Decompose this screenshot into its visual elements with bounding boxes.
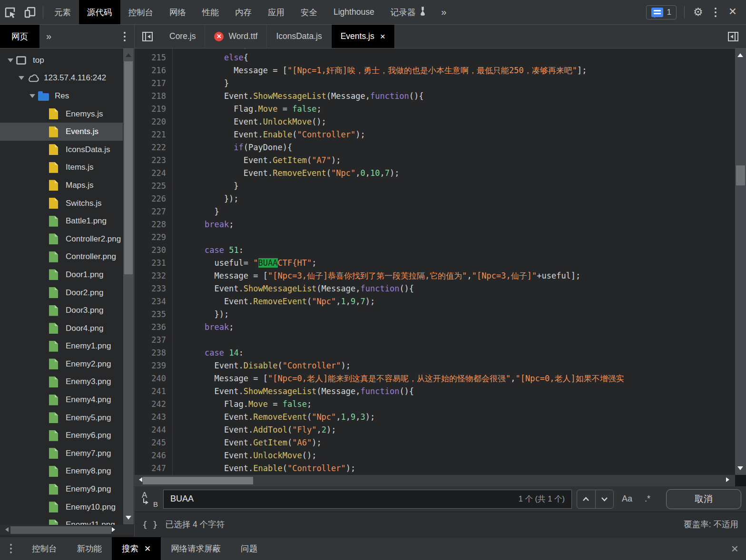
line-number[interactable]: 222 — [135, 141, 173, 154]
line-number[interactable]: 219 — [135, 103, 173, 116]
line-content[interactable]: Event.UnlockMove(); — [173, 116, 326, 128]
panel-tab-recorder[interactable]: 记录器 — [383, 0, 435, 24]
code-line[interactable]: 217 } — [135, 77, 746, 90]
line-number[interactable]: 227 — [135, 205, 173, 218]
file-tab-Core.js[interactable]: Core.js — [160, 25, 205, 48]
scrollbar-thumb[interactable] — [143, 477, 253, 484]
close-devtools-icon[interactable]: × — [722, 4, 743, 21]
line-content[interactable]: if(PayDone){ — [173, 141, 292, 154]
tree-item-Events.js[interactable]: Events.js — [0, 123, 123, 141]
line-content[interactable]: Event.Disable("Controller"); — [173, 359, 351, 372]
file-tab-Word.ttf[interactable]: ✕Word.ttf — [205, 25, 267, 48]
line-content[interactable]: case 51: — [173, 244, 244, 257]
line-content[interactable]: Event.ShowMessageList(Message,function()… — [173, 90, 424, 103]
code-line[interactable]: 221 Event.Enable("Controller"); — [135, 128, 746, 141]
tree-item-Enemy3.png[interactable]: Enemy3.png — [0, 373, 123, 391]
line-number[interactable]: 237 — [135, 334, 173, 347]
line-content[interactable]: } — [173, 205, 219, 218]
scroll-right-arrow-icon[interactable] — [726, 477, 732, 482]
code-line[interactable]: 243 Event.RemoveEvent("Npc",1,9,3); — [135, 411, 746, 424]
line-number[interactable]: 240 — [135, 372, 173, 385]
panel-tab-more[interactable]: » — [435, 0, 452, 24]
sidebar-horizontal-scrollbar[interactable] — [0, 525, 134, 535]
code-line[interactable]: 242 Flag.Move = false; — [135, 398, 746, 411]
code-line[interactable]: 226 }); — [135, 193, 746, 205]
line-content[interactable]: Event.RemoveEvent("Npc",1,9,7); — [173, 295, 375, 308]
tree-item-Enemy7.png[interactable]: Enemy7.png — [0, 444, 123, 463]
line-content[interactable]: Message = ["[Npc=0,老人]能来到这真是不容易呢，从这开始的怪物… — [173, 372, 624, 385]
code-line[interactable]: 234 Event.RemoveEvent("Npc",1,9,7); — [135, 295, 746, 308]
navigator-kebab-icon[interactable] — [118, 25, 131, 48]
tree-item-Enemy1.png[interactable]: Enemy1.png — [0, 338, 123, 356]
scroll-down-arrow-icon[interactable] — [737, 466, 743, 473]
drawer-kebab-icon[interactable] — [0, 537, 22, 560]
format-braces-icon[interactable]: { } — [142, 520, 158, 530]
panel-tab-performance[interactable]: 性能 — [194, 0, 227, 24]
line-number[interactable]: 242 — [135, 398, 173, 411]
tree-item-Controller2.png[interactable]: Controller2.png — [0, 230, 123, 248]
panel-tab-security[interactable]: 安全 — [293, 0, 325, 24]
line-number[interactable]: 216 — [135, 64, 173, 77]
editor-horizontal-scrollbar[interactable] — [135, 475, 746, 486]
code-line[interactable]: 232 Message = ["[Npc=3,仙子]恭喜你找到了第一段芙拉隔,它… — [135, 270, 746, 282]
code-line[interactable]: 220 Event.UnlockMove(); — [135, 116, 746, 128]
code-line[interactable]: 216 Message = ["[Npc=1,奸商]唉，勇士，我做的也是小本生意… — [135, 64, 746, 77]
tree-item-Enemy2.png[interactable]: Enemy2.png — [0, 355, 123, 373]
cancel-button[interactable]: 取消 — [666, 489, 741, 509]
code-line[interactable]: 227 } — [135, 205, 746, 218]
panel-tab-console[interactable]: 控制台 — [120, 0, 162, 24]
line-number[interactable]: 239 — [135, 359, 173, 372]
panel-tab-application[interactable]: 应用 — [260, 0, 293, 24]
code-line[interactable]: 225 } — [135, 180, 746, 193]
tree-item-Enemys.js[interactable]: Enemys.js — [0, 105, 123, 123]
tab-page[interactable]: 网页 — [0, 25, 39, 48]
drawer-tab-whats-new[interactable]: 新功能 — [67, 537, 112, 560]
code-line[interactable]: 231 useful= "BUAACTF{HT"; — [135, 257, 746, 270]
line-number[interactable]: 245 — [135, 436, 173, 449]
scroll-up-arrow-icon[interactable] — [126, 50, 131, 57]
tree-item-Controller.png[interactable]: Controller.png — [0, 248, 123, 266]
tree-item-Items.js[interactable]: Items.js — [0, 159, 123, 177]
panel-tab-memory[interactable]: 内存 — [227, 0, 260, 24]
settings-gear-icon[interactable]: ⚙ — [687, 6, 709, 19]
line-number[interactable]: 247 — [135, 462, 173, 475]
line-content[interactable]: Message = ["[Npc=1,奸商]唉，勇士，我做的也是小本生意啊，最低… — [173, 64, 587, 77]
line-content[interactable]: Event.GetItem("A6"); — [173, 436, 322, 449]
inspect-element-icon[interactable] — [0, 0, 20, 24]
code-editor[interactable]: 214 }215 else{216 Message = ["[Npc=1,奸商]… — [135, 48, 746, 475]
line-number[interactable]: 234 — [135, 295, 173, 308]
file-tab-Events.js[interactable]: Events.js× — [332, 25, 395, 48]
code-line[interactable]: 219 Flag.Move = false; — [135, 103, 746, 116]
line-content[interactable] — [173, 334, 185, 347]
code-line[interactable]: 215 else{ — [135, 51, 746, 64]
tree-item-Maps.js[interactable]: Maps.js — [0, 176, 123, 194]
line-content[interactable]: Flag.Move = false; — [173, 398, 312, 411]
find-input-field[interactable]: 1 个 (共 1 个) — [163, 490, 572, 509]
line-content[interactable]: }); — [173, 193, 239, 205]
panel-tab-lighthouse[interactable]: Lighthouse — [325, 0, 383, 24]
line-content[interactable]: Event.Enable("Controller"); — [173, 128, 365, 141]
line-number[interactable]: 224 — [135, 167, 173, 180]
scrollbar-thumb[interactable] — [736, 165, 745, 185]
line-number[interactable]: 215 — [135, 51, 173, 64]
find-input[interactable] — [170, 494, 514, 504]
regex-toggle[interactable]: .* — [640, 494, 655, 504]
sidebar-vertical-scrollbar[interactable] — [123, 48, 134, 524]
code-line[interactable]: 223 Event.GetItem("A7"); — [135, 154, 746, 167]
line-number[interactable]: 225 — [135, 180, 173, 193]
code-line[interactable]: 228 break; — [135, 218, 746, 231]
code-line[interactable]: 218 Event.ShowMessageList(Message,functi… — [135, 90, 746, 103]
line-content[interactable]: Event.GetItem("A7"); — [173, 154, 341, 167]
close-tab-icon[interactable]: × — [379, 31, 385, 42]
code-line[interactable]: 230 case 51: — [135, 244, 746, 257]
line-number[interactable]: 241 — [135, 385, 173, 398]
line-content[interactable]: case 14: — [173, 347, 244, 359]
panel-tab-sources[interactable]: 源代码 — [79, 0, 120, 24]
scroll-right-arrow-icon[interactable] — [112, 527, 118, 532]
drawer-tab-search[interactable]: 搜索✕ — [112, 537, 161, 560]
panel-tab-elements[interactable]: 元素 — [46, 0, 79, 24]
line-content[interactable]: else{ — [173, 51, 248, 64]
tree-item-Enemy9.png[interactable]: Enemy9.png — [0, 480, 123, 498]
code-line[interactable]: 246 Event.UnlockMove(); — [135, 449, 746, 462]
tree-item-Battle1.png[interactable]: Battle1.png — [0, 212, 123, 230]
